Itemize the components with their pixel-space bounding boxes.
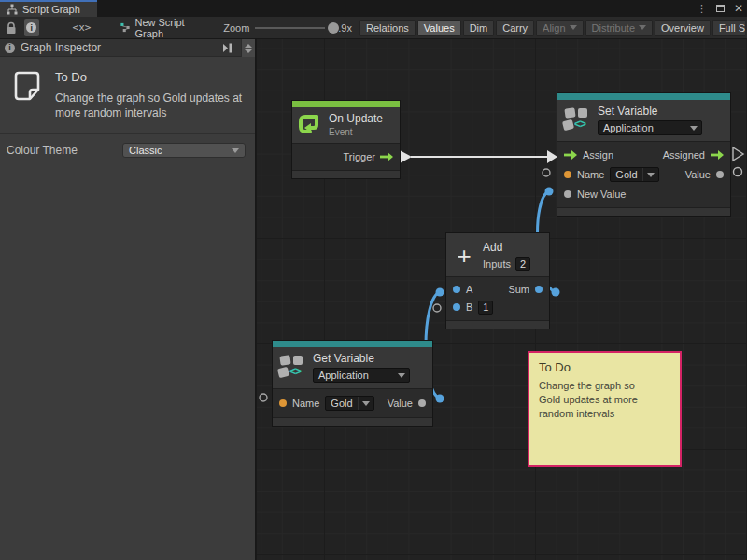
sum-port[interactable]	[535, 286, 543, 293]
assigned-port-label: Assigned	[663, 149, 705, 161]
value-port[interactable]	[716, 171, 724, 178]
node-title: On Update	[329, 112, 383, 125]
node-footer	[446, 320, 549, 329]
carry-button[interactable]: Carry	[496, 20, 534, 36]
node-add[interactable]: + Add Inputs 2 A Sum	[446, 233, 549, 329]
script-graph-window: Script Graph ⋮ ✕ i <x> New Script	[0, 0, 747, 560]
overview-button[interactable]: Overview	[655, 20, 711, 36]
name-port[interactable]	[279, 399, 287, 407]
flow-output-port[interactable]	[380, 152, 393, 161]
new-value-port-label: New Value	[577, 189, 626, 200]
variable-color-bar	[557, 93, 730, 100]
window-menu-icon[interactable]: ⋮	[697, 4, 707, 14]
scroll-up-icon[interactable]	[245, 44, 252, 48]
graph-inspector-panel: i Graph Inspector To Do Change the graph…	[0, 39, 256, 560]
unconnected-flow-indicator	[733, 147, 743, 161]
node-get-variable[interactable]: <> Get Variable Application Name Gold	[273, 341, 432, 426]
new-script-graph-button[interactable]: New Script Graph	[120, 17, 197, 39]
info-icon: i	[26, 22, 36, 33]
chevron-down-icon	[690, 126, 698, 131]
relations-button[interactable]: Relations	[359, 20, 416, 36]
todo-title: To Do	[55, 70, 246, 84]
new-script-graph-label: New Script Graph	[134, 17, 197, 39]
unconnected-port-indicator	[433, 304, 441, 312]
b-port[interactable]	[453, 303, 460, 311]
node-footer	[273, 417, 432, 426]
node-set-variable[interactable]: <> Set Variable Application Assign	[557, 93, 730, 216]
node-footer	[292, 170, 400, 178]
node-on-update[interactable]: On Update Event Trigger	[292, 101, 400, 178]
variable-scope-dropdown[interactable]: Application	[598, 120, 702, 135]
sum-port-label: Sum	[508, 284, 529, 295]
graph-toolbar: i <x> New Script Graph Zoom 0.9x Relatio…	[0, 17, 747, 39]
full-screen-button[interactable]: Full S	[712, 20, 745, 36]
dock-panel-icon[interactable]	[221, 43, 233, 56]
inputs-count-field[interactable]: 2	[515, 257, 530, 271]
sticky-note[interactable]: To Do Change the graph so Gold updates a…	[528, 351, 682, 467]
assign-port-label: Assign	[583, 149, 613, 161]
sticky-note-title: To Do	[539, 360, 670, 374]
flow-output-port[interactable]	[711, 150, 724, 160]
chevron-down-icon	[362, 401, 370, 406]
inputs-label: Inputs	[483, 259, 511, 270]
flow-input-port[interactable]	[564, 150, 577, 160]
variable-icon: <>	[563, 107, 591, 133]
node-footer	[557, 207, 730, 216]
variable-name-dropdown[interactable]: Gold	[610, 167, 658, 182]
chevron-down-icon	[570, 25, 577, 30]
tab-script-graph[interactable]: Script Graph	[0, 0, 97, 17]
event-color-bar	[292, 101, 400, 107]
graph-icon	[7, 4, 18, 15]
scroll-down-icon[interactable]	[245, 49, 252, 53]
panel-scroll-arrows[interactable]	[241, 39, 255, 57]
variable-color-bar	[273, 341, 432, 347]
name-port[interactable]	[564, 171, 571, 178]
code-view-icon[interactable]: <x>	[73, 21, 92, 34]
unconnected-port-indicator	[260, 394, 267, 401]
name-port-label: Name	[292, 398, 319, 409]
dim-button[interactable]: Dim	[463, 20, 495, 36]
align-button[interactable]: Align	[536, 20, 583, 36]
info-icon: i	[5, 43, 15, 53]
value-port-label: Value	[685, 169, 711, 180]
name-port-label: Name	[577, 169, 604, 180]
zoom-slider[interactable]	[255, 21, 325, 35]
chevron-down-icon	[232, 148, 239, 153]
maximize-icon[interactable]	[716, 5, 725, 12]
unconnected-port-indicator	[734, 168, 742, 176]
variable-icon: <>	[278, 355, 306, 380]
a-port[interactable]	[453, 286, 460, 293]
b-value-field[interactable]: 1	[478, 301, 493, 315]
zoom-slider-handle[interactable]	[328, 22, 339, 34]
a-port-label: A	[466, 284, 472, 295]
chevron-down-icon	[639, 25, 646, 30]
variable-scope-dropdown[interactable]: Application	[313, 368, 410, 383]
unconnected-port-indicator	[543, 169, 550, 176]
node-title: Get Variable	[313, 352, 410, 365]
chevron-down-icon	[398, 373, 405, 378]
value-port-label: Value	[388, 398, 413, 409]
value-port[interactable]	[418, 399, 426, 407]
colour-theme-select[interactable]: Classic	[122, 143, 246, 158]
trigger-port-label: Trigger	[344, 151, 375, 162]
colour-theme-value: Classic	[129, 145, 162, 156]
sticky-note-icon	[11, 69, 43, 103]
inspector-toggle-button[interactable]: i	[24, 19, 39, 36]
control-wire[interactable]	[400, 150, 557, 163]
zoom-slider-track	[255, 27, 325, 29]
sticky-note-text: Change the graph so Gold updates at more…	[539, 379, 646, 421]
graph-inspector-title: Graph Inspector	[21, 41, 101, 54]
tab-label: Script Graph	[22, 4, 80, 15]
update-loop-icon	[298, 113, 322, 136]
node-subtitle: Event	[329, 127, 383, 137]
close-icon[interactable]: ✕	[734, 3, 743, 14]
node-title: Add	[483, 241, 530, 254]
lock-icon[interactable]	[6, 21, 17, 35]
new-value-port[interactable]	[564, 190, 571, 198]
todo-description: Change the graph so Gold updates at more…	[55, 91, 246, 120]
variable-name-dropdown[interactable]: Gold	[325, 396, 374, 411]
values-button[interactable]: Values	[417, 20, 461, 36]
zoom-label: Zoom	[223, 22, 249, 34]
graph-canvas[interactable]: On Update Event Trigger	[257, 39, 747, 560]
distribute-button[interactable]: Distribute	[585, 20, 653, 36]
